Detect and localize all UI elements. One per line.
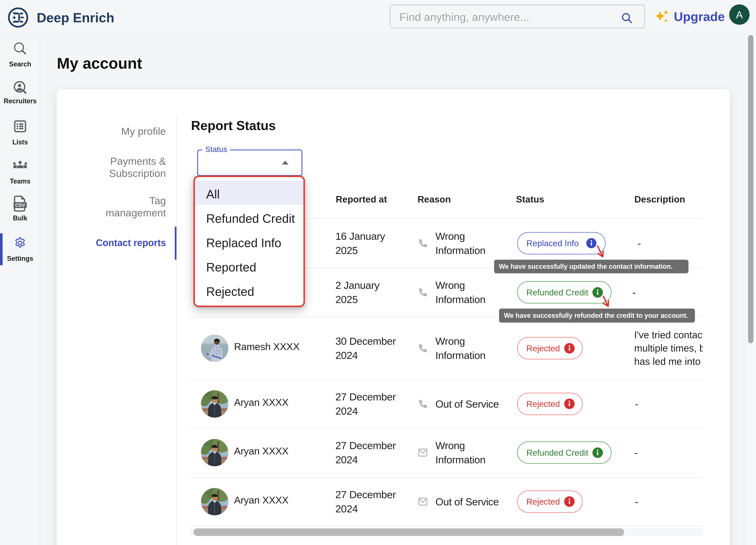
svg-text:CSV: CSV: [15, 202, 25, 208]
